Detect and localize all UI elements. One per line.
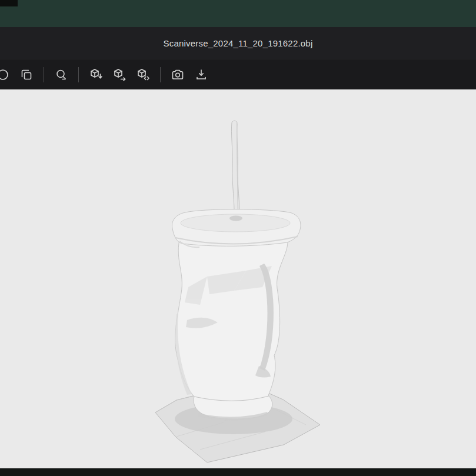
- toolbar-separator: [78, 67, 79, 82]
- cube-arrow-down-icon[interactable]: [84, 64, 108, 86]
- zoom-icon[interactable]: [49, 64, 73, 86]
- top-banner: [0, 0, 476, 27]
- file-title: Scaniverse_2024_11_20_191622.obj: [164, 38, 313, 48]
- model-viewer-window: Scaniverse_2024_11_20_191622.obj: [0, 0, 476, 476]
- model-viewport[interactable]: [0, 89, 476, 468]
- straw: [231, 121, 239, 218]
- toolbar: [0, 59, 476, 89]
- toolbar-separator: [160, 67, 161, 82]
- titlebar: Scaniverse_2024_11_20_191622.obj: [0, 27, 476, 59]
- align-ground-icon[interactable]: [189, 64, 213, 86]
- cup-rim: [172, 209, 301, 248]
- camera-icon[interactable]: [166, 64, 189, 86]
- cube-arrow-right-icon[interactable]: [108, 64, 131, 86]
- model-canvas[interactable]: [0, 89, 476, 468]
- circle-icon[interactable]: [0, 64, 15, 86]
- toolbar-separator: [44, 67, 44, 82]
- copy-icon[interactable]: [15, 64, 38, 86]
- bottom-bar: [0, 468, 476, 476]
- cup-body: [175, 237, 288, 421]
- window-corner: [0, 0, 18, 6]
- cube-chevrons-icon[interactable]: [131, 64, 155, 86]
